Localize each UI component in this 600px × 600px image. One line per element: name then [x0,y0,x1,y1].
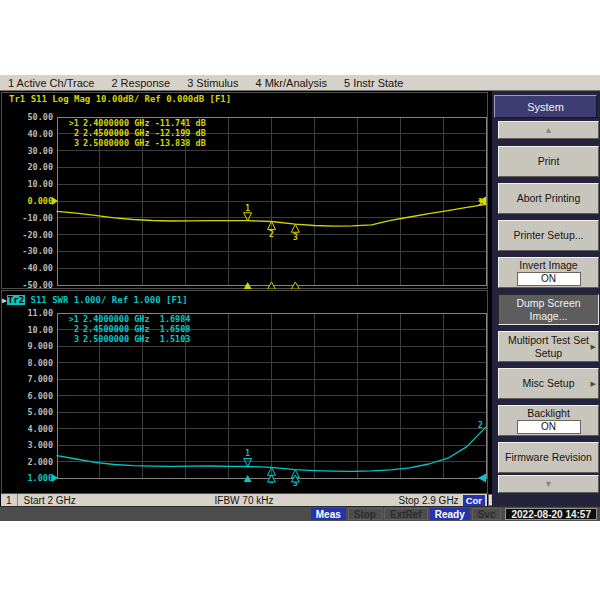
softkey-state-value: ON [517,420,581,434]
softkey-state-value: ON [517,272,581,286]
marker-readout-number: 3 [74,138,79,148]
y-tick-label: 50.00 [27,112,53,122]
softkey-label: Printer Setup... [513,229,583,241]
ref-level-label: 1.000 [27,473,53,483]
stimulus-bar: 1 Start 2 GHz IFBW 70 kHz Stop 2.9 GHz C… [1,494,487,506]
softkey-menu-title[interactable]: System [494,95,597,118]
submenu-arrow-icon: ▶ [591,342,596,350]
display-area: 50.0040.0030.0020.0010.000.000-10.00-20.… [0,91,600,506]
marker-readout-number: >1 [69,118,79,128]
y-tick-label: -40.00 [22,263,53,273]
marker-readout-value: 2.4000000 GHz -11.741 dB [83,118,206,128]
ref-level-pointer-right [478,474,486,483]
marker-3-glyph[interactable] [291,224,299,232]
y-tick-label: -20.00 [22,230,53,240]
y-tick-label: 20.00 [27,162,53,172]
y-tick-label: 10.00 [27,325,53,335]
softkey-abort-printing[interactable]: Abort Printing [498,183,599,214]
status-meas: Meas [311,508,346,520]
y-tick-label: 7.000 [27,374,53,384]
softkey-multiport-test-set-setup[interactable]: Multiport Test Set Setup▶ [498,331,599,362]
correction-badge: Cor [463,495,485,506]
softkey-label: Backlight [527,407,570,419]
y-tick-label: 30.00 [27,146,53,156]
y-tick-label: 4.000 [27,424,53,434]
marker-1-glyph[interactable] [244,458,252,466]
status-2022-08-20-14-57: 2022-08-20 14:57 [505,508,597,520]
y-tick-label: 6.000 [27,391,53,401]
softkey-label: Misc Setup [523,377,575,389]
marker-readout-value: 2.4500000 GHz -12.199 dB [83,128,206,138]
marker-readout-number: >1 [69,314,79,324]
y-tick-label: 9.000 [27,341,53,351]
menu-item-1[interactable]: 1 Active Ch/Trace [8,77,94,89]
softkey-label: Dump Screen Image... [505,297,592,322]
start-frequency: Start 2 GHz [24,495,76,506]
marker-3-number: 3 [293,233,298,242]
menu-bar: 1 Active Ch/Trace2 Response3 Stimulus4 M… [0,74,600,91]
marker-readout-number: 3 [74,334,79,344]
y-tick-label: 11.00 [27,308,53,318]
trace2-header-text: S11 SWR 1.000/ Ref 1.000 [F1] [25,295,188,305]
trace2-header[interactable]: ▶Tr2 S11 SWR 1.000/ Ref 1.000 [F1] [2,295,188,306]
softkey-printer-setup[interactable]: Printer Setup... [498,220,599,251]
y-tick-label: 10.00 [27,179,53,189]
softkey-label: Multiport Test Set Setup [505,334,592,359]
trace1-header-text: S11 Log Mag 10.00dB/ Ref 0.000dB [F1] [25,94,231,104]
softkey-label: Abort Printing [517,192,581,204]
softkey-label: Invert Image [519,259,577,271]
marker-readout-value: 2.5000000 GHz 1.5103 [83,334,190,344]
marker-readout-value: 2.4500000 GHz 1.6508 [83,324,190,334]
status-extref: ExtRef [384,508,428,520]
softkey-dump-screen-image[interactable]: Dump Screen Image... [498,294,599,325]
channel-number: 1 [3,494,18,506]
y-tick-label: 5.000 [27,407,53,417]
menu-item-4[interactable]: 4 Mkr/Analysis [255,77,327,89]
chart1-log-mag: 50.0040.0030.0020.0010.000.000-10.00-20.… [1,92,488,289]
softkey-print[interactable]: Print [498,146,599,177]
submenu-arrow-icon: ▶ [591,379,596,387]
y-tick-label: -50.00 [22,280,53,289]
marker-1-number: 1 [245,204,250,213]
trace1-label: Tr1 [9,94,25,104]
ref-level-label: 0.000 [27,196,53,206]
scroll-down-icon[interactable]: ▼ [498,475,599,493]
y-tick-label: -10.00 [22,213,53,223]
trace2-label: Tr2 [7,295,25,305]
y-tick-label: -30.00 [22,246,53,256]
softkey-misc-setup[interactable]: Misc Setup▶ [498,368,599,399]
trace-number-flag: 2 [478,421,483,430]
status-bar: MeasStopExtRefReadySvc2022-08-20 14:57 [0,506,600,521]
softkey-label: Firmware Revision [505,451,592,463]
softkey-firmware-revision[interactable]: Firmware Revision [498,442,599,473]
marker-readout-number: 2 [74,128,79,138]
softkey-panel: System▲PrintAbort PrintingPrinter Setup.… [492,91,600,506]
status-ready: Ready [430,508,470,520]
ifbw-readout: IFBW 70 kHz [215,495,274,506]
vna-screen: 1 Active Ch/Trace2 Response3 Stimulus4 M… [0,0,600,600]
y-tick-label: 40.00 [27,129,53,139]
menu-item-3[interactable]: 3 Stimulus [187,77,238,89]
menu-item-2[interactable]: 2 Response [111,77,170,89]
marker-readout-value: 2.5000000 GHz -13.838 dB [83,138,206,148]
softkey-label: Print [538,155,560,167]
softkey-backlight[interactable]: BacklightON [498,405,599,436]
trace1-header[interactable]: Tr1 S11 Log Mag 10.00dB/ Ref 0.000dB [F1… [9,94,231,105]
softkey-invert-image[interactable]: Invert ImageON [498,257,599,288]
stop-frequency: Stop 2.9 GHz [399,495,459,506]
marker-readout-number: 2 [74,324,79,334]
y-tick-label: 8.000 [27,358,53,368]
menu-item-5[interactable]: 5 Instr State [344,77,403,89]
trace-number-flag: 1 [478,198,483,207]
y-tick-label: 2.000 [27,457,53,467]
status-svc: Svc [472,508,502,520]
marker-1-number: 1 [245,449,250,458]
scroll-up-icon[interactable]: ▲ [498,121,599,139]
status-stop: Stop [348,508,382,520]
chart2-swr: 11.0010.009.0008.0007.0006.0005.0004.000… [1,290,488,494]
y-tick-label: 3.000 [27,440,53,450]
marker-1-glyph[interactable] [244,213,252,221]
marker-readout-value: 2.4000000 GHz 1.6984 [83,314,190,324]
marker-2-number: 2 [269,230,274,239]
